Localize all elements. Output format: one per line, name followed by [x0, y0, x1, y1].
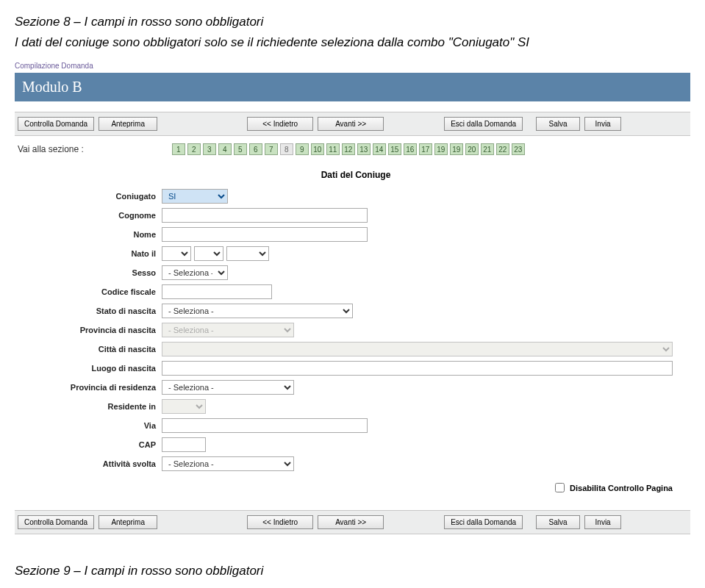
citta-nascita-select[interactable]	[162, 342, 673, 356]
nato-month-select[interactable]	[194, 246, 223, 261]
attivita-select[interactable]: - Seleziona -	[162, 456, 294, 471]
prov-nascita-label: Provincia di nascita	[18, 326, 162, 334]
page-link-7[interactable]: 7	[265, 143, 278, 155]
section-nav-label: Vai alla sezione :	[18, 144, 84, 154]
page-link-1[interactable]: 1	[172, 143, 185, 155]
nome-input[interactable]	[162, 227, 368, 242]
section-subtitle: I dati del coniuge sono obbligatori solo…	[0, 35, 705, 59]
page-link-15[interactable]: 15	[388, 143, 401, 155]
salva-button[interactable]: Salva	[536, 117, 580, 131]
form-title: Dati del Coniuge	[201, 170, 510, 180]
residente-label: Residente in	[18, 402, 162, 411]
page-link-23[interactable]: 23	[512, 143, 525, 155]
page-link-2[interactable]: 2	[187, 143, 201, 155]
nato-label: Nato il	[18, 249, 162, 258]
cf-label: Codice fiscale	[18, 287, 162, 296]
app-screenshot: Compilazione Domanda Modulo B Controlla …	[0, 59, 705, 534]
page-link-12[interactable]: 12	[342, 143, 355, 155]
via-label: Via	[18, 421, 162, 430]
sesso-select[interactable]: - Seleziona -	[162, 265, 228, 280]
salva-button-bottom[interactable]: Salva	[536, 515, 580, 529]
cap-label: CAP	[18, 440, 162, 449]
nato-year-select[interactable]	[226, 246, 269, 261]
page-link-10[interactable]: 10	[311, 143, 324, 155]
page-link-20[interactable]: 20	[465, 143, 479, 155]
module-header: Modulo B	[15, 73, 690, 101]
cap-input[interactable]	[162, 437, 206, 452]
via-input[interactable]	[162, 418, 368, 433]
stato-nascita-select[interactable]: - Seleziona -	[162, 304, 353, 318]
page-link-6[interactable]: 6	[249, 143, 262, 155]
page-link-22[interactable]: 22	[496, 143, 509, 155]
esci-button[interactable]: Esci dalla Domanda	[444, 117, 523, 131]
page-links: 1234567891011121314151617191920212223	[172, 143, 525, 155]
indietro-button[interactable]: << Indietro	[247, 117, 313, 131]
section-title: Sezione 8 – I campi in rosso sono obblig…	[0, 0, 705, 35]
toolbar-top: Controlla Domanda Anteprima << Indietro …	[15, 112, 690, 136]
page-link-9[interactable]: 9	[296, 143, 309, 155]
anteprima-button[interactable]: Anteprima	[99, 117, 157, 131]
cognome-label: Cognome	[18, 211, 162, 220]
esci-button-bottom[interactable]: Esci dalla Domanda	[444, 515, 523, 529]
coniugato-select[interactable]: SI	[162, 189, 228, 204]
page-link-17[interactable]: 17	[419, 143, 432, 155]
avanti-button-bottom[interactable]: Avanti >>	[318, 515, 384, 529]
cf-input[interactable]	[162, 284, 272, 299]
page-link-8[interactable]: 8	[280, 143, 293, 155]
disabilita-label: Disabilita Controllo Pagina	[570, 484, 673, 492]
prov-residenza-label: Provincia di residenza	[18, 383, 162, 392]
nato-day-select[interactable]	[162, 246, 191, 261]
page-link-3[interactable]: 3	[203, 143, 216, 155]
page-link-13[interactable]: 13	[357, 143, 371, 155]
cognome-input[interactable]	[162, 208, 368, 223]
breadcrumb: Compilazione Domanda	[15, 59, 690, 73]
form-area: Dati del Coniuge Coniugato SI Cognome No…	[15, 162, 690, 510]
page-link-11[interactable]: 11	[326, 143, 340, 155]
prov-nascita-select[interactable]: - Seleziona -	[162, 323, 294, 337]
invia-button[interactable]: Invia	[584, 117, 621, 131]
toolbar-bottom: Controlla Domanda Anteprima << Indietro …	[15, 510, 690, 534]
page-link-16[interactable]: 16	[404, 143, 417, 155]
attivita-label: Attività svolta	[18, 459, 162, 468]
stato-nascita-label: Stato di nascita	[18, 306, 162, 315]
page-link-5[interactable]: 5	[234, 143, 247, 155]
page-link-14[interactable]: 14	[373, 143, 386, 155]
section-nav: Vai alla sezione : 123456789101112131415…	[15, 136, 690, 162]
disabilita-checkbox[interactable]	[555, 483, 565, 492]
page-link-19[interactable]: 19	[434, 143, 448, 155]
prov-residenza-select[interactable]: - Seleziona -	[162, 380, 294, 395]
page-link-19[interactable]: 19	[450, 143, 463, 155]
residente-select[interactable]	[162, 399, 206, 414]
controlla-domanda-button[interactable]: Controlla Domanda	[18, 117, 94, 131]
avanti-button[interactable]: Avanti >>	[318, 117, 384, 131]
section-title-next: Sezione 9 – I campi in rosso sono obblig…	[0, 534, 705, 588]
citta-nascita-label: Città di nascita	[18, 345, 162, 354]
anteprima-button-bottom[interactable]: Anteprima	[99, 515, 157, 529]
disabilita-row: Disabilita Controllo Pagina	[18, 476, 687, 503]
nome-label: Nome	[18, 230, 162, 239]
coniugato-label: Coniugato	[18, 192, 162, 201]
sesso-label: Sesso	[18, 268, 162, 277]
page-link-4[interactable]: 4	[218, 143, 232, 155]
invia-button-bottom[interactable]: Invia	[584, 515, 621, 529]
page-link-21[interactable]: 21	[481, 143, 494, 155]
luogo-nascita-input[interactable]	[162, 361, 673, 376]
luogo-nascita-label: Luogo di nascita	[18, 364, 162, 373]
indietro-button-bottom[interactable]: << Indietro	[247, 515, 313, 529]
controlla-domanda-button-bottom[interactable]: Controlla Domanda	[18, 515, 94, 529]
